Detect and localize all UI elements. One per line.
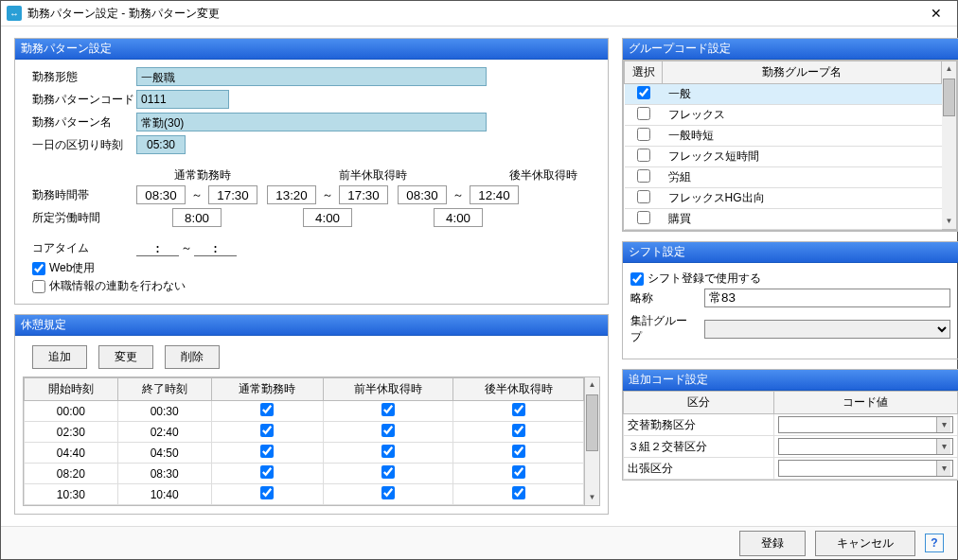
list-item[interactable]: フレックス [625, 105, 942, 126]
field-name[interactable]: 常勤(30) [136, 113, 487, 131]
label-core: コアタイム [23, 240, 136, 256]
core-end[interactable] [194, 241, 237, 256]
group-check[interactable] [637, 149, 650, 162]
list-item[interactable]: 購買 [625, 209, 942, 230]
rest-check[interactable] [260, 445, 274, 458]
group-check[interactable] [637, 86, 650, 99]
core-start[interactable] [136, 241, 179, 256]
rest-col-start: 開始時刻 [25, 378, 118, 401]
rest-check[interactable] [381, 465, 395, 479]
label-std: 所定労働時間 [23, 210, 136, 226]
group-check[interactable] [637, 128, 650, 141]
rest-header: 休憩規定 [15, 315, 608, 336]
table-row[interactable]: 10:3010:40 [25, 484, 584, 505]
rest-check[interactable] [260, 465, 274, 479]
table-row[interactable]: 出張区分 [624, 458, 958, 480]
shift-agg-label: 集計グループ [630, 313, 697, 345]
close-icon[interactable]: ✕ [921, 2, 951, 25]
rest-col-end: 終了時刻 [117, 378, 211, 401]
rest-check[interactable] [512, 465, 525, 479]
window-title: 勤務パターン設定 - 勤務パターン変更 [27, 6, 921, 22]
scroll-up-icon[interactable]: ▲ [585, 377, 599, 393]
list-item[interactable]: 一般時短 [625, 126, 942, 147]
field-daycut[interactable]: 05:30 [136, 135, 186, 154]
scroll-thumb[interactable] [943, 79, 955, 116]
code-dropdown[interactable] [778, 438, 953, 455]
noleave-label: 休職情報の連動を行わない [49, 278, 186, 294]
rest-del-button[interactable]: 削除 [165, 345, 220, 369]
std-second[interactable] [434, 208, 483, 227]
code-dropdown[interactable] [778, 416, 953, 433]
rest-check[interactable] [260, 486, 274, 499]
rest-check[interactable] [512, 486, 525, 499]
rest-scrollbar[interactable]: ▲ ▼ [585, 376, 600, 506]
addcode-table[interactable]: 区分 コード値 交替勤務区分３組２交替区分出張区分 [623, 391, 958, 480]
rest-col-normal: 通常勤務時 [211, 378, 323, 401]
std-first[interactable] [303, 208, 352, 227]
addcode-header: 追加コード設定 [623, 370, 958, 391]
shift-header: シフト設定 [623, 242, 958, 263]
table-row[interactable]: 00:0000:30 [25, 401, 584, 422]
shift-agg-select[interactable] [704, 320, 950, 339]
group-check[interactable] [637, 190, 650, 203]
shift-use-label: シフト登録で使用する [648, 271, 761, 287]
label-code: 勤務パターンコード [23, 92, 136, 108]
list-item[interactable]: フレックスHG出向 [625, 188, 942, 209]
field-code[interactable]: 0111 [136, 90, 229, 109]
web-label: Web使用 [49, 260, 95, 276]
band-second-start[interactable] [398, 185, 447, 204]
table-row[interactable]: 04:4004:50 [25, 443, 584, 464]
group-scrollbar[interactable]: ▲ ▼ [942, 61, 957, 230]
register-button[interactable]: 登録 [739, 531, 806, 556]
group-panel: グループコード設定 選択 勤務グループ名 一般フレックス一般時短フレックス短時間… [622, 38, 958, 232]
rest-table[interactable]: 開始時刻 終了時刻 通常勤務時 前半休取得時 後半休取得時 00:0000:30… [24, 377, 584, 505]
noleave-checkbox[interactable] [32, 280, 45, 293]
rest-check[interactable] [512, 445, 525, 458]
band-first-start[interactable] [267, 185, 316, 204]
table-row[interactable]: 交替勤務区分 [624, 414, 958, 436]
rest-check[interactable] [381, 486, 395, 499]
pattern-header: 勤務パターン設定 [15, 39, 608, 60]
table-row[interactable]: 08:2008:30 [25, 464, 584, 484]
rest-check[interactable] [512, 403, 525, 416]
help-icon[interactable]: ? [925, 534, 944, 552]
group-check[interactable] [637, 211, 650, 224]
group-check[interactable] [637, 107, 650, 120]
scroll-thumb[interactable] [586, 394, 598, 451]
rest-edit-button[interactable]: 変更 [98, 345, 153, 369]
rest-check[interactable] [381, 403, 395, 416]
rest-panel: 休憩規定 追加 変更 削除 開始時刻 終了時刻 [14, 314, 609, 515]
list-item[interactable]: 一般 [625, 84, 942, 105]
rest-col-first: 前半休取得時 [323, 378, 453, 401]
rest-check[interactable] [381, 445, 395, 458]
rest-col-second: 後半休取得時 [453, 378, 584, 401]
group-check[interactable] [637, 169, 650, 183]
cancel-button[interactable]: キャンセル [815, 531, 915, 556]
shift-abbr-label: 略称 [630, 290, 697, 306]
table-row[interactable]: ３組２交替区分 [624, 436, 958, 458]
list-item[interactable]: 労組 [625, 167, 942, 188]
scroll-up-icon[interactable]: ▲ [942, 61, 956, 77]
scroll-down-icon[interactable]: ▼ [585, 490, 599, 505]
band-normal-start[interactable] [136, 185, 186, 204]
rest-check[interactable] [260, 424, 274, 437]
band-second-end[interactable] [470, 185, 519, 204]
code-dropdown[interactable] [778, 460, 953, 477]
web-checkbox[interactable] [32, 262, 45, 275]
std-normal[interactable] [172, 208, 222, 227]
rest-check[interactable] [381, 424, 395, 437]
rest-check[interactable] [260, 403, 274, 416]
list-item[interactable]: フレックス短時間 [625, 147, 942, 167]
band-normal-end[interactable] [208, 185, 257, 204]
shift-use-checkbox[interactable] [630, 272, 644, 286]
scroll-down-icon[interactable]: ▼ [942, 214, 956, 229]
rest-add-button[interactable]: 追加 [32, 345, 87, 369]
group-table[interactable]: 選択 勤務グループ名 一般フレックス一般時短フレックス短時間労組フレックスHG出… [624, 61, 942, 230]
addcode-col-kind: 区分 [624, 392, 774, 414]
shift-abbr-input[interactable] [704, 289, 950, 307]
field-form[interactable]: 一般職 [136, 67, 487, 86]
band-first-end[interactable] [339, 185, 388, 204]
rest-check[interactable] [512, 424, 525, 437]
table-row[interactable]: 02:3002:40 [25, 422, 584, 443]
label-form: 勤務形態 [23, 69, 136, 85]
